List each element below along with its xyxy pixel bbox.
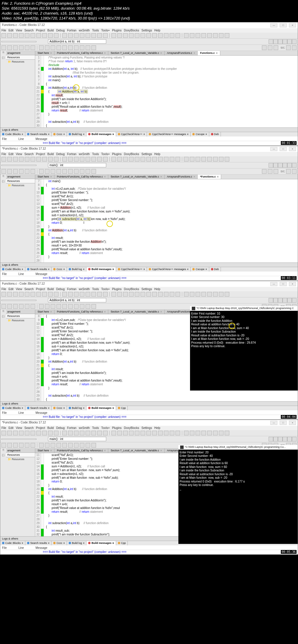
toolbar-icon[interactable] <box>51 45 55 50</box>
toolbar-icon[interactable] <box>7 292 12 297</box>
sidebar-tab-resources[interactable]: Resources <box>6 314 35 318</box>
toolbar-icon[interactable] <box>117 33 122 38</box>
close-icon[interactable]: × <box>104 52 106 55</box>
logtab-deb[interactable]: Deb <box>209 267 221 272</box>
menu-project[interactable]: Project <box>36 29 45 32</box>
menu-tools[interactable]: Tools <box>92 29 99 32</box>
menu-build[interactable]: Build <box>47 152 54 156</box>
tab-section7[interactable]: Section 7_Local_or_Automatic_Variable.c× <box>108 51 164 55</box>
toolbar-icon[interactable] <box>56 304 61 309</box>
toolbar-icon[interactable] <box>68 33 73 38</box>
toolbar-icon[interactable] <box>19 33 24 38</box>
toolbar-icon[interactable] <box>273 163 278 168</box>
toolbar-icon[interactable] <box>225 431 229 435</box>
toolbar-icon[interactable] <box>292 437 297 441</box>
logtab-buildlog[interactable]: Build log× <box>67 406 86 410</box>
toolbar-icon[interactable] <box>19 443 24 448</box>
menu-tools+[interactable]: Tools+ <box>101 288 110 291</box>
toolbar-icon[interactable] <box>123 157 128 162</box>
toolbar-icon[interactable] <box>51 304 55 309</box>
toolbar-icon[interactable] <box>152 431 157 435</box>
close-button[interactable]: × <box>289 421 296 425</box>
toolbar-icon[interactable] <box>91 292 96 297</box>
toolbar-icon[interactable] <box>1 33 6 38</box>
code-editor[interactable]: 123456782021222324252627282930 /*Program… <box>35 56 298 127</box>
toolbar-icon[interactable] <box>19 431 24 435</box>
toolbar-icon[interactable] <box>287 437 292 441</box>
toolbar-icon[interactable] <box>25 431 29 435</box>
toolbar-icon[interactable] <box>278 39 283 44</box>
toolbar-icon[interactable] <box>196 292 200 297</box>
toolbar-icon[interactable] <box>80 157 84 162</box>
toolbar-icon[interactable] <box>62 443 67 448</box>
tab-pointers[interactable]: PointersAFunctions_Call by reference.c× <box>54 51 108 55</box>
function-combo[interactable]: Addition(int a, int b) : int <box>48 298 106 302</box>
toolbar-icon[interactable] <box>31 443 35 448</box>
toolbar-icon[interactable] <box>68 304 73 309</box>
toolbar-icon[interactable] <box>42 431 47 435</box>
toolbar-icon[interactable] <box>269 163 273 168</box>
logtab-cppcheckmsg[interactable]: CppCheck/Vera++ messages× <box>147 132 191 136</box>
close-icon[interactable]: × <box>217 175 219 178</box>
toolbar-icon[interactable] <box>7 304 12 309</box>
logtab-cppcheck[interactable]: CppCheck/Vera++× <box>116 132 147 136</box>
toolbar-icon[interactable] <box>262 169 267 174</box>
toolbar-icon[interactable] <box>269 298 273 303</box>
toolbar-icon[interactable] <box>184 33 189 38</box>
toolbar-icon[interactable] <box>74 33 79 38</box>
toolbar-icon[interactable] <box>158 431 163 435</box>
close-icon[interactable]: × <box>48 133 49 136</box>
close-icon[interactable]: × <box>160 52 162 55</box>
toolbar-icon[interactable] <box>31 33 35 38</box>
tab-pointers[interactable]: PointersAFunctions_Call by reference.c× <box>54 448 108 453</box>
menu-build[interactable]: Build <box>47 29 54 32</box>
toolbar-icon[interactable] <box>25 304 29 309</box>
toolbar-icon[interactable] <box>135 292 139 297</box>
toolbar-icon[interactable] <box>135 33 139 38</box>
toolbar-icon[interactable] <box>273 298 278 303</box>
close-icon[interactable]: × <box>112 407 114 410</box>
toolbar-icon[interactable] <box>13 443 18 448</box>
toolbar-icon[interactable] <box>278 163 283 168</box>
toolbar-icon[interactable] <box>1 431 6 435</box>
toolbar-icon[interactable] <box>25 157 29 162</box>
toolbar-icon[interactable] <box>13 33 18 38</box>
toolbar-icon[interactable] <box>274 45 278 50</box>
menu-build[interactable]: Build <box>47 288 54 291</box>
toolbar-icon[interactable] <box>54 292 58 297</box>
toolbar-icon[interactable] <box>146 431 151 435</box>
logtab-search[interactable]: Search results× <box>25 267 52 272</box>
toolbar-icon[interactable] <box>80 169 84 174</box>
toolbar-icon[interactable] <box>97 33 102 38</box>
toolbar-icon[interactable] <box>141 431 145 435</box>
toolbar-icon[interactable] <box>13 169 18 174</box>
logtab-cpp[interactable]: Cpp <box>116 406 128 410</box>
toolbar-icon[interactable] <box>158 292 163 297</box>
close-icon[interactable]: × <box>63 268 65 271</box>
toolbar-icon[interactable] <box>213 33 218 38</box>
toolbar-icon[interactable] <box>184 157 189 162</box>
logtab-codeblocks[interactable]: Code::Blocks× <box>0 406 25 410</box>
menu-search[interactable]: Search <box>24 29 34 32</box>
menu-wxsmith[interactable]: wxSmith <box>79 288 90 291</box>
toolbar-icon[interactable] <box>292 39 297 44</box>
toolbar-icon[interactable] <box>13 292 18 297</box>
toolbar-icon[interactable] <box>170 431 174 435</box>
toolbar-icon[interactable] <box>273 437 278 441</box>
toolbar-icon[interactable] <box>39 443 44 448</box>
maximize-button[interactable]: □ <box>280 23 287 27</box>
tab-arrays[interactable]: ArraysandFunctions.c× <box>165 175 198 179</box>
menu-tools+[interactable]: Tools+ <box>101 426 110 430</box>
toolbar-icon[interactable] <box>117 157 122 162</box>
sidebar-tab-resources[interactable]: Resources <box>6 453 35 457</box>
toolbar-icon[interactable] <box>111 292 116 297</box>
toolbar-icon[interactable] <box>13 304 18 309</box>
logtab-buildlog[interactable]: Build log× <box>67 267 86 272</box>
logtab-buildlog[interactable]: Build log× <box>67 541 86 545</box>
toolbar-icon[interactable] <box>196 33 200 38</box>
toolbar-icon[interactable] <box>19 292 24 297</box>
menu-debug[interactable]: Debug <box>56 426 65 430</box>
close-icon[interactable]: × <box>205 268 207 271</box>
maximize-button[interactable]: □ <box>280 147 287 151</box>
toolbar-icon[interactable] <box>207 157 212 162</box>
